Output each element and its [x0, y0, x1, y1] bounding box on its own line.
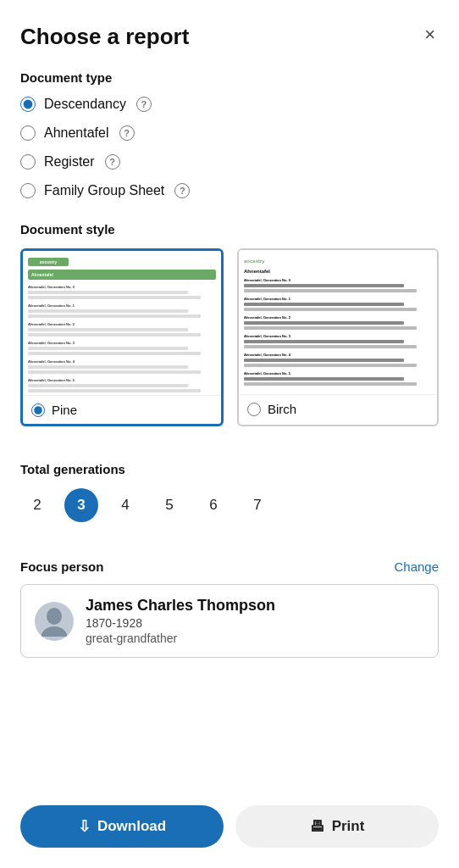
document-style-options: ancestry Ahnentafel Ahnentafel, Generati…	[20, 248, 439, 426]
register-help-icon[interactable]: ?	[105, 154, 120, 170]
download-icon: ⇩	[78, 817, 91, 836]
pine-logo: ancestry	[28, 258, 69, 266]
generations-label: Total generations	[20, 462, 439, 476]
ahnentafel-help-icon[interactable]: ?	[119, 125, 135, 141]
focus-person-relation: great-grandfather	[86, 632, 424, 645]
focus-person-section: Focus person Change James Charles Thomps…	[20, 559, 439, 658]
modal-container: Choose a report × Document type Descenda…	[0, 0, 459, 868]
focus-person-label: Focus person	[20, 559, 103, 574]
gen-btn-6[interactable]: 6	[196, 488, 230, 522]
pine-label: Pine	[52, 403, 77, 417]
close-button[interactable]: ×	[421, 24, 439, 46]
radio-descendancy[interactable]: Descendancy ?	[20, 97, 439, 112]
avatar-person-icon	[41, 606, 67, 637]
avatar	[35, 602, 74, 641]
radio-register[interactable]: Register ?	[20, 154, 439, 170]
radio-descendancy-label: Descendancy	[44, 97, 126, 112]
radio-register-input[interactable]	[20, 154, 36, 170]
focus-person-info: James Charles Thompson 1870-1928 great-g…	[86, 597, 424, 645]
radio-descendancy-input[interactable]	[20, 97, 36, 112]
pine-preview: ancestry Ahnentafel Ahnentafel, Generati…	[23, 251, 221, 395]
footer-buttons: ⇩ Download 🖶 Print	[20, 792, 439, 848]
pine-radio-row[interactable]: Pine	[23, 395, 221, 424]
birch-logo: ancestry	[244, 257, 285, 265]
gen-btn-7[interactable]: 7	[241, 488, 274, 522]
pine-radio-input[interactable]	[31, 403, 45, 417]
generations-options: 2 3 4 5 6 7	[20, 488, 439, 522]
radio-ahnentafel-input[interactable]	[20, 125, 36, 141]
birch-label: Birch	[268, 402, 296, 416]
radio-family-group-sheet-input[interactable]	[20, 183, 36, 198]
style-card-birch[interactable]: ancestry Ahnentafel Ahnentafel, Generati…	[237, 248, 439, 426]
radio-ahnentafel-label: Ahnentafel	[44, 125, 109, 141]
document-type-options: Descendancy ? Ahnentafel ? Register ? Fa…	[20, 97, 439, 198]
gen-btn-3[interactable]: 3	[64, 488, 98, 522]
download-label: Download	[97, 818, 166, 835]
document-style-label: Document style	[20, 222, 439, 236]
change-focus-button[interactable]: Change	[394, 559, 439, 574]
gen-btn-5[interactable]: 5	[152, 488, 186, 522]
pine-title-bar: Ahnentafel	[28, 270, 216, 280]
document-type-section: Document type Descendancy ? Ahnentafel ?…	[20, 70, 439, 222]
document-style-section: Document style ancestry Ahnentafel Ahnen…	[20, 222, 439, 426]
radio-family-group-sheet[interactable]: Family Group Sheet ?	[20, 183, 439, 198]
download-button[interactable]: ⇩ Download	[20, 805, 224, 848]
modal-header: Choose a report ×	[20, 24, 439, 50]
radio-register-label: Register	[44, 154, 95, 170]
print-button[interactable]: 🖶 Print	[235, 805, 439, 848]
gen-btn-4[interactable]: 4	[108, 488, 142, 522]
focus-person-years: 1870-1928	[86, 616, 424, 630]
print-icon: 🖶	[310, 818, 325, 836]
focus-person-header: Focus person Change	[20, 559, 439, 574]
birch-radio-input[interactable]	[247, 403, 261, 416]
gen-btn-2[interactable]: 2	[20, 488, 54, 522]
birch-radio-row[interactable]: Birch	[239, 394, 437, 423]
print-label: Print	[332, 818, 365, 835]
focus-person-card: James Charles Thompson 1870-1928 great-g…	[20, 584, 439, 658]
family-group-sheet-help-icon[interactable]: ?	[174, 183, 190, 198]
birch-preview: ancestry Ahnentafel Ahnentafel, Generati…	[239, 250, 437, 394]
svg-point-0	[47, 608, 62, 625]
document-type-label: Document type	[20, 70, 439, 85]
generations-section: Total generations 2 3 4 5 6 7	[20, 462, 439, 522]
radio-family-group-sheet-label: Family Group Sheet	[44, 183, 164, 198]
focus-person-name: James Charles Thompson	[86, 597, 424, 615]
style-card-pine[interactable]: ancestry Ahnentafel Ahnentafel, Generati…	[20, 248, 224, 426]
descendancy-help-icon[interactable]: ?	[136, 97, 152, 112]
modal-title: Choose a report	[20, 24, 189, 50]
radio-ahnentafel[interactable]: Ahnentafel ?	[20, 125, 439, 141]
svg-point-1	[41, 626, 67, 637]
